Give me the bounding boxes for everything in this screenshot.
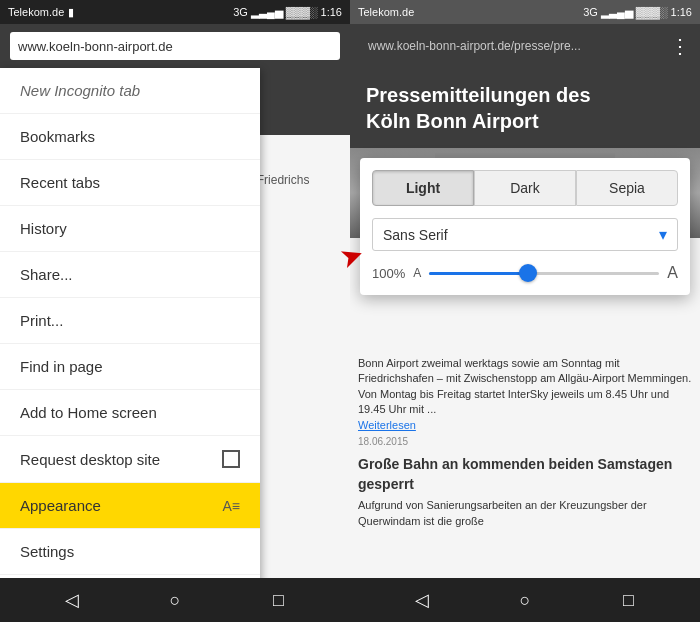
home-icon-right: ○ — [520, 590, 531, 611]
menu-item-print[interactable]: Print... — [0, 298, 260, 344]
menu-item-add-home[interactable]: Add to Home screen — [0, 390, 260, 436]
left-back-button[interactable]: ◁ — [52, 580, 92, 620]
appearance-popup: Light Dark Sepia Sans Serif ▾ 100% A — [360, 158, 690, 295]
menu-item-desktop-label: Request desktop site — [20, 451, 160, 468]
font-select-arrow-icon: ▾ — [659, 225, 667, 244]
time-left: 1:16 — [321, 6, 342, 18]
battery-right: ▓▓▓░ — [636, 6, 668, 18]
main-area: www.koeln-bonn-airport.de Presse­mitteil… — [0, 24, 700, 578]
right-home-button[interactable]: ○ — [505, 580, 545, 620]
menu-item-history[interactable]: History — [0, 206, 260, 252]
menu-item-desktop[interactable]: Request desktop site — [0, 436, 260, 483]
more-options-icon[interactable]: ⋮ — [670, 34, 690, 58]
menu-item-recent-tabs-label: Recent tabs — [20, 174, 100, 191]
right-address-input[interactable]: www.koeln-bonn-airport.de/presse/pre... — [360, 32, 662, 60]
menu-item-recent-tabs[interactable]: Recent tabs — [0, 160, 260, 206]
battery-left: ▓▓▓░ — [286, 6, 318, 18]
menu-item-find-label: Find in page — [20, 358, 103, 375]
menu-item-print-label: Print... — [20, 312, 63, 329]
theme-dark-button[interactable]: Dark — [474, 170, 576, 206]
menu-item-settings-label: Settings — [20, 543, 74, 560]
back-icon-right: ◁ — [415, 589, 429, 611]
left-recent-button[interactable]: □ — [258, 580, 298, 620]
font-size-large-label: A — [667, 264, 678, 282]
slider-track — [429, 272, 659, 275]
theme-buttons: Light Dark Sepia — [372, 170, 678, 206]
menu-item-appearance-label: Appearance — [20, 497, 101, 514]
menu-item-incognito-label: New Incognito tab — [20, 82, 140, 99]
status-bars: Telekom.de ▮ 3G ▂▃▄▅ ▓▓▓░ 1:16 Telekom.d… — [0, 0, 700, 24]
slider-fill — [429, 272, 533, 275]
right-status-bar: Telekom.de 3G ▂▃▄▅ ▓▓▓░ 1:16 — [350, 0, 700, 24]
slider-thumb[interactable] — [519, 264, 537, 282]
left-status-bar: Telekom.de ▮ 3G ▂▃▄▅ ▓▓▓░ 1:16 — [0, 0, 350, 24]
right-article-body1: Bonn Airport zweimal werktags sowie am S… — [358, 356, 692, 418]
menu-item-history-label: History — [20, 220, 67, 237]
right-panel: www.koeln-bonn-airport.de/presse/pre... … — [350, 24, 700, 578]
recent-icon-left: □ — [273, 590, 284, 611]
home-icon-left: ○ — [170, 590, 181, 611]
font-size-row: 100% A A — [372, 263, 678, 283]
carrier-right-text: Telekom.de — [358, 6, 414, 18]
right-webpage-body: Light Dark Sepia Sans Serif ▾ 100% A — [350, 148, 700, 537]
right-date1: 18.06.2015 — [358, 435, 692, 449]
right-article2-body: Aufgrund von Sanierungsarbeiten an der K… — [358, 498, 692, 529]
font-size-percent: 100% — [372, 266, 405, 281]
font-select-value: Sans Serif — [383, 227, 448, 243]
desktop-checkbox[interactable] — [222, 450, 240, 468]
left-bottom-bar: ◁ ○ □ — [0, 578, 350, 622]
right-carrier: Telekom.de — [358, 6, 414, 18]
right-webpage: Pressemitteilungen desKöln Bonn Airport — [350, 68, 700, 578]
left-panel: www.koeln-bonn-airport.de Presse­mitteil… — [0, 24, 350, 578]
left-status-right: 3G ▂▃▄▅ ▓▓▓░ 1:16 — [233, 6, 342, 19]
font-size-small-label: A — [413, 266, 421, 280]
time-right: 1:16 — [671, 6, 692, 18]
menu-item-bookmarks[interactable]: Bookmarks — [0, 114, 260, 160]
menu-item-incognito[interactable]: New Incognito tab — [0, 68, 260, 114]
menu-item-find[interactable]: Find in page — [0, 344, 260, 390]
bottom-bars: ◁ ○ □ ◁ ○ □ — [0, 578, 700, 622]
signal-right: 3G — [583, 6, 598, 18]
right-article2-title: Große Bahn an kommenden beiden Samstagen… — [358, 455, 692, 494]
font-size-slider[interactable] — [429, 263, 659, 283]
left-address-input[interactable]: www.koeln-bonn-airport.de — [10, 32, 340, 60]
left-home-button[interactable]: ○ — [155, 580, 195, 620]
theme-sepia-button[interactable]: Sepia — [576, 170, 678, 206]
signal-bars-left: ▂▃▄▅ — [251, 6, 283, 19]
right-weiterlesen-link[interactable]: Weiterlesen — [358, 419, 416, 431]
carrier-left-text: Telekom.de — [8, 6, 64, 18]
menu-item-share[interactable]: Share... — [0, 252, 260, 298]
menu-item-share-label: Share... — [20, 266, 73, 283]
menu-item-bookmarks-label: Bookmarks — [20, 128, 95, 145]
menu-item-appearance[interactable]: Appearance A≡ — [0, 483, 260, 529]
theme-light-button[interactable]: Light — [372, 170, 474, 206]
right-webpage-title: Pressemitteilungen desKöln Bonn Airport — [366, 82, 684, 134]
right-recent-button[interactable]: □ — [608, 580, 648, 620]
recent-icon-right: □ — [623, 590, 634, 611]
menu-item-add-home-label: Add to Home screen — [20, 404, 157, 421]
right-status-right: 3G ▂▃▄▅ ▓▓▓░ 1:16 — [583, 6, 692, 19]
right-bottom-bar: ◁ ○ □ — [350, 578, 700, 622]
left-carrier: Telekom.de ▮ — [8, 6, 74, 19]
menu-item-settings[interactable]: Settings — [0, 529, 260, 575]
left-address-bar: www.koeln-bonn-airport.de — [0, 24, 350, 68]
font-select-row[interactable]: Sans Serif ▾ — [372, 218, 678, 251]
right-webpage-header: Pressemitteilungen desKöln Bonn Airport — [350, 68, 700, 148]
right-address-bar: www.koeln-bonn-airport.de/presse/pre... … — [350, 24, 700, 68]
sim-icon: ▮ — [68, 6, 74, 19]
appearance-text-icon: A≡ — [222, 498, 240, 514]
signal-bars-right: ▂▃▄▅ — [601, 6, 633, 19]
back-icon-left: ◁ — [65, 589, 79, 611]
signal-left: 3G — [233, 6, 248, 18]
menu-item-help[interactable]: Help & feedback — [0, 575, 260, 578]
right-back-button[interactable]: ◁ — [402, 580, 442, 620]
dropdown-menu: New Incognito tab Bookmarks Recent tabs … — [0, 68, 260, 578]
